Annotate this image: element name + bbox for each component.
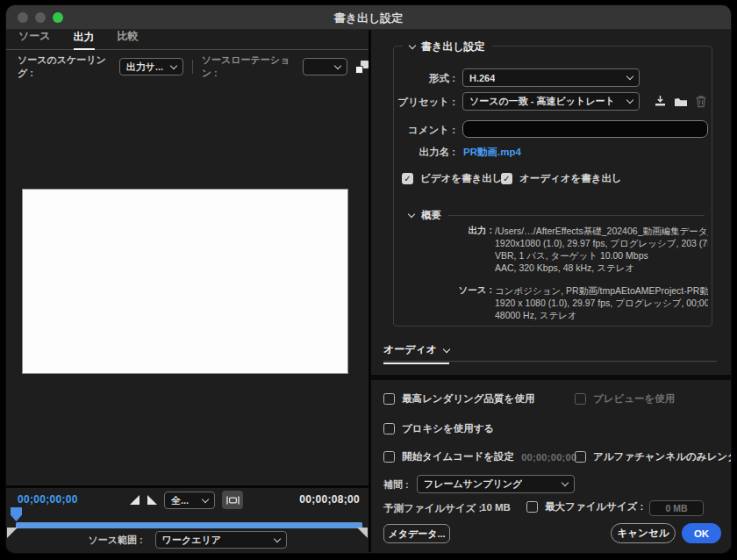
- start-timecode-value: 00;00;00;00: [521, 452, 576, 463]
- alpha-only-checkbox[interactable]: [575, 451, 586, 463]
- timeline-section: 00;00;00;00 全... 00;00;08;00: [6, 485, 368, 552]
- format-label: 形式 :: [394, 72, 455, 85]
- summary-source-label: ソース :: [394, 284, 492, 297]
- source-range-select[interactable]: ワークエリア: [155, 531, 287, 549]
- output-name-link[interactable]: PR動画.mp4: [463, 146, 521, 159]
- use-previews-label: プレビューを使用: [593, 392, 675, 406]
- use-previews-checkbox: [575, 393, 586, 405]
- preview-zoom-select[interactable]: 全...: [164, 492, 215, 509]
- tab-compare[interactable]: 比較: [118, 29, 139, 49]
- summary-source-line: 1920 x 1080 (1.0), 29.97 fps, プログレッシブ, 0…: [495, 297, 708, 309]
- set-in-point-icon[interactable]: [130, 495, 140, 505]
- aspect-fit-button[interactable]: [222, 491, 243, 509]
- export-video-checkbox[interactable]: [402, 173, 413, 184]
- divider: [192, 60, 193, 74]
- export-video-row: ビデオを書き出し: [402, 172, 503, 185]
- current-timecode[interactable]: 00;00;00;00: [18, 493, 78, 506]
- metadata-button[interactable]: メタデータ...: [383, 524, 450, 543]
- interpolation-label: 補間 :: [383, 478, 409, 492]
- export-video-label: ビデオを書き出し: [420, 172, 503, 185]
- use-proxies-row: プロキシを使用する: [383, 422, 494, 435]
- export-settings-title: 書き出し設定: [421, 39, 485, 54]
- collapse-chevron-icon[interactable]: [408, 211, 415, 218]
- preview-zoom-value: 全...: [171, 494, 189, 507]
- estimated-size-value: 10 MB: [481, 502, 511, 513]
- summary-title: 概要: [421, 209, 441, 222]
- source-range-value: ワークエリア: [162, 534, 221, 547]
- divider: [383, 361, 717, 362]
- summary-header: 概要: [409, 209, 705, 222]
- preview-tabs: ソース 出力 比較: [6, 30, 368, 50]
- comment-input[interactable]: [462, 120, 708, 138]
- summary-output-line: 1920x1080 (1.0), 29.97 fps, プログレッシブ, 203…: [495, 237, 708, 249]
- stacked-frames-icon[interactable]: [355, 61, 368, 74]
- titlebar: 書き出し設定: [6, 5, 731, 30]
- summary-source-line: 48000 Hz, ステレオ: [495, 309, 708, 321]
- interpolation-value: フレームサンプリング: [424, 477, 522, 491]
- export-settings-section: 書き出し設定 形式 : H.264 プリセット : ソースの一致 - 高速ビット…: [371, 30, 731, 375]
- duration-timecode: 00;00;08;00: [299, 493, 360, 506]
- use-proxies-checkbox[interactable]: [383, 423, 395, 434]
- chevron-down-icon: [334, 61, 341, 68]
- preview-panel: ソース 出力 比較 ソースのスケーリング : 出力サ... ソースローテーション…: [6, 30, 368, 552]
- summary-output-line: AAC, 320 Kbps, 48 kHz, ステレオ: [495, 262, 708, 274]
- source-controls-row: ソースのスケーリング : 出力サ... ソースローテーション :: [6, 50, 368, 83]
- save-preset-button[interactable]: [653, 94, 668, 109]
- import-preset-button[interactable]: [673, 94, 688, 109]
- set-out-point-icon[interactable]: [147, 495, 157, 505]
- max-file-size-checkbox[interactable]: [526, 501, 538, 513]
- interpolation-select[interactable]: フレームサンプリング: [417, 475, 575, 493]
- render-options-section: 最高レンダリング品質を使用 プレビューを使用 プロキシを使用する 開始タイムコー…: [371, 380, 731, 552]
- tab-source[interactable]: ソース: [18, 29, 51, 49]
- chevron-down-icon: [273, 535, 280, 542]
- ok-button[interactable]: OK: [682, 523, 721, 543]
- source-scaling-value: 出力サ...: [126, 61, 163, 74]
- use-previews-row: プレビューを使用: [575, 392, 675, 406]
- audio-tab-label: オーディオ: [383, 342, 437, 357]
- chevron-down-icon: [626, 73, 633, 80]
- estimated-size-label: 予測ファイルサイズ :: [383, 502, 482, 515]
- export-settings-dialog: 書き出し設定 ソース 出力 比較 ソースのスケーリング : 出力サ... ソース…: [6, 5, 731, 553]
- video-preview-frame: [23, 190, 347, 373]
- import-preset-icon: [673, 94, 689, 109]
- source-rotation-select[interactable]: [303, 58, 347, 75]
- format-select[interactable]: H.264: [462, 68, 640, 87]
- preview-area: [6, 83, 368, 485]
- timeline-track[interactable]: [16, 522, 362, 528]
- start-timecode-checkbox[interactable]: [383, 451, 395, 463]
- source-scaling-select[interactable]: 出力サ...: [119, 58, 183, 75]
- chevron-down-icon: [562, 479, 569, 486]
- summary-output-line: VBR, 1 パス, ターゲット 10.00 Mbps: [495, 249, 708, 262]
- playhead[interactable]: [11, 507, 22, 521]
- chevron-down-icon: [443, 345, 450, 352]
- tab-output[interactable]: 出力: [74, 30, 95, 50]
- preset-label: プリセット :: [394, 96, 455, 109]
- window-title: 書き出し設定: [6, 11, 731, 26]
- alpha-only-row: アルファチャンネルのみレンダリング: [575, 450, 731, 463]
- max-file-size-row: 最大ファイルサイズ :: [526, 500, 643, 513]
- comment-label: コメント :: [394, 124, 455, 137]
- max-quality-checkbox[interactable]: [383, 393, 395, 405]
- export-audio-label: オーディオを書き出し: [519, 172, 622, 185]
- source-range-label: ソース範囲 :: [88, 534, 142, 547]
- export-audio-row: オーディオを書き出し: [501, 172, 622, 185]
- save-preset-icon: [653, 94, 668, 109]
- collapse-chevron-icon[interactable]: [409, 42, 416, 49]
- preset-select[interactable]: ソースの一致 - 高速ビットレート: [462, 92, 640, 111]
- divider: [448, 215, 705, 216]
- export-settings-group: 書き出し設定 形式 : H.264 プリセット : ソースの一致 - 高速ビット…: [393, 46, 712, 327]
- source-scaling-label: ソースのスケーリング :: [18, 54, 114, 80]
- max-file-size-input: 0 MB: [649, 500, 704, 516]
- cancel-button[interactable]: キャンセル: [611, 523, 676, 543]
- chevron-down-icon: [626, 97, 633, 104]
- export-audio-checkbox[interactable]: [501, 173, 512, 184]
- format-value: H.264: [469, 73, 495, 83]
- chevron-down-icon: [202, 495, 209, 502]
- output-name-label: 出力名 :: [394, 146, 455, 159]
- start-timecode-label: 開始タイムコードを設定: [402, 450, 514, 463]
- max-quality-label: 最高レンダリング品質を使用: [402, 392, 534, 406]
- preset-value: ソースの一致 - 高速ビットレート: [469, 95, 615, 108]
- trash-icon: [694, 94, 708, 109]
- use-proxies-label: プロキシを使用する: [402, 422, 494, 435]
- summary-output-label: 出力 :: [394, 225, 492, 237]
